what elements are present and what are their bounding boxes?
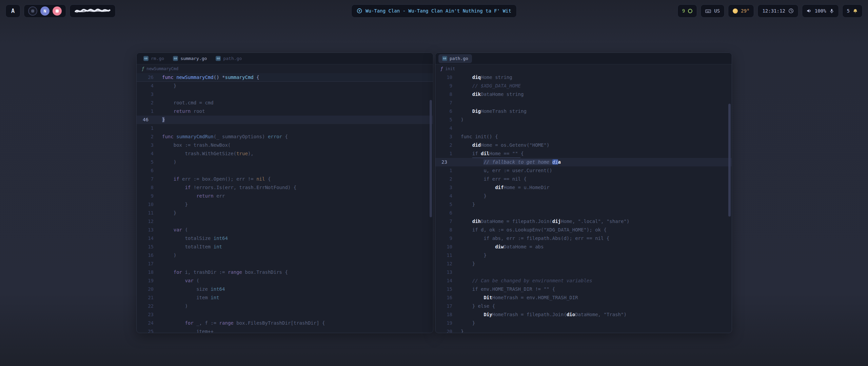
- code-line[interactable]: 2func summaryCmdRun(_ summaryOptions) er…: [137, 133, 433, 141]
- code-line[interactable]: 15 totalItem int: [137, 243, 433, 251]
- code-line[interactable]: 7 dihDataHome = filepath.Join(dijHome, "…: [435, 217, 732, 226]
- code-line[interactable]: 1: [137, 124, 433, 133]
- tab-path.go[interactable]: GOpath.go: [438, 54, 472, 63]
- code-text: var (: [162, 277, 199, 285]
- code-line[interactable]: 3: [137, 90, 433, 99]
- code-line[interactable]: 11 }: [137, 209, 433, 217]
- keyboard-layout-module[interactable]: US: [701, 4, 725, 18]
- code-line[interactable]: 10 diqHome string: [435, 73, 732, 82]
- code-line[interactable]: 7: [435, 99, 732, 107]
- breadcrumb: ƒ newSummaryCmd: [137, 64, 433, 73]
- app-icon: [56, 9, 59, 13]
- code-line[interactable]: 10 diwDataHome = abs: [435, 243, 732, 251]
- code-line[interactable]: 19 var (: [137, 277, 433, 285]
- workspace-icon-3[interactable]: [53, 6, 62, 16]
- code-line[interactable]: 2 didHome = os.Getenv("HOME"): [435, 141, 732, 149]
- code-line[interactable]: 2 root.cmd = cmd: [137, 99, 433, 107]
- line-number: 26: [137, 73, 154, 81]
- code-line[interactable]: 20 size int64: [137, 285, 433, 293]
- code-line[interactable]: 18 for i, trashDir := range box.TrashDir…: [137, 268, 433, 277]
- code-line[interactable]: 20}: [435, 327, 732, 333]
- code-line[interactable]: 13 var (: [137, 226, 433, 234]
- tab-path.go[interactable]: GOpath.go: [212, 54, 245, 63]
- code-line[interactable]: 2 if err == nil {: [435, 175, 732, 183]
- code-line[interactable]: 6: [137, 166, 433, 175]
- code-line[interactable]: 5): [435, 116, 732, 124]
- code-line[interactable]: 13: [435, 268, 732, 277]
- code-line[interactable]: 21 item int: [137, 293, 433, 302]
- scrollbar-thumb[interactable]: [430, 100, 432, 217]
- line-number: 9: [137, 192, 154, 200]
- workspace-icon-1[interactable]: [28, 6, 37, 16]
- tab-rm.go[interactable]: GOrm.go: [140, 54, 168, 63]
- code-line[interactable]: 25 item++: [137, 327, 433, 333]
- code-line[interactable]: 23: [137, 310, 433, 319]
- code-line[interactable]: 3 difHome = u.HomeDir: [435, 183, 732, 192]
- code-line[interactable]: 16 ): [137, 251, 433, 260]
- line-number: 7: [435, 99, 452, 107]
- code-text: if dilHome == "" {: [461, 149, 524, 158]
- code-line[interactable]: 1 return root: [137, 107, 433, 116]
- code-line[interactable]: 5 ): [137, 158, 433, 166]
- breadcrumb-symbol[interactable]: newSummaryCmd: [146, 66, 178, 71]
- workspace-icon-2[interactable]: N: [40, 6, 50, 16]
- code-line[interactable]: 1 u, err := user.Current(): [435, 166, 732, 175]
- clock-module[interactable]: 12:31:12: [757, 4, 798, 18]
- code-line[interactable]: 19 }: [435, 319, 732, 327]
- code-line[interactable]: 10 }: [137, 200, 433, 209]
- code-line[interactable]: 12: [137, 217, 433, 226]
- code-line[interactable]: 4: [435, 124, 732, 133]
- code-line[interactable]: 9 // $XDG_DATA_HOME: [435, 82, 732, 90]
- code-line[interactable]: 16 DitHomeTrash = env.HOME_TRASH_DIR: [435, 293, 732, 302]
- line-number: 4: [435, 124, 452, 133]
- code-line[interactable]: 4 }: [137, 82, 433, 90]
- code-line[interactable]: 22 ): [137, 302, 433, 310]
- launcher-button[interactable]: A: [5, 4, 20, 18]
- code-line[interactable]: 8 if d, ok := os.LookupEnv("XDG_DATA_HOM…: [435, 226, 732, 234]
- code-line-cursor[interactable]: 46}: [137, 116, 433, 124]
- updates-module[interactable]: 9: [677, 4, 697, 18]
- code-line[interactable]: 9 if abs, err := filepath.Abs(d); err ==…: [435, 234, 732, 243]
- code-text: return root: [162, 107, 205, 116]
- code-line[interactable]: 6: [435, 209, 732, 217]
- code-text: size int64: [162, 285, 225, 293]
- code-line[interactable]: 12 }: [435, 260, 732, 268]
- code-line[interactable]: 9 return err: [137, 192, 433, 200]
- code-text: return err: [162, 192, 225, 200]
- code-line[interactable]: 17: [137, 260, 433, 268]
- code-text: }: [162, 209, 176, 217]
- code-line[interactable]: 1 if dilHome == "" {: [435, 149, 732, 158]
- code-line[interactable]: 4 trash.WithGetSize(true),: [137, 149, 433, 158]
- code-line[interactable]: 5 }: [435, 200, 732, 209]
- scrollbar-thumb[interactable]: [728, 104, 731, 217]
- code-line[interactable]: 8 if !errors.Is(err, trash.ErrNotFound) …: [137, 183, 433, 192]
- code-line[interactable]: 4 }: [435, 192, 732, 200]
- code-line[interactable]: 24 for _, f := range box.FilesByTrashDir…: [137, 319, 433, 327]
- code-line[interactable]: 7 if err := box.Open(); err != nil {: [137, 175, 433, 183]
- tab-summary.go[interactable]: GOsummary.go: [169, 54, 211, 63]
- code-line[interactable]: 14 // Can be changed by environment vari…: [435, 277, 732, 285]
- line-number: 11: [435, 251, 452, 260]
- editor-workspace: GOrm.goGOsummary.goGOpath.go ƒ newSummar…: [136, 53, 732, 333]
- media-player-module[interactable]: Wu-Tang Clan - Wu-Tang Clan Ain't Nuthin…: [351, 4, 517, 18]
- code-line[interactable]: 11 }: [435, 251, 732, 260]
- line-number: 14: [435, 277, 452, 285]
- code-line[interactable]: 17 } else {: [435, 302, 732, 310]
- weather-module[interactable]: 29°: [728, 4, 754, 18]
- line-number: 5: [137, 158, 154, 166]
- code-line[interactable]: 3func init() {: [435, 133, 732, 141]
- code-line[interactable]: 3 box := trash.NewBox(: [137, 141, 433, 149]
- breadcrumb-symbol[interactable]: init: [445, 66, 455, 71]
- code-line[interactable]: 8 dikDataHome string: [435, 90, 732, 99]
- code-line[interactable]: 26func newSummaryCmd() *summaryCmd {: [137, 73, 433, 82]
- active-window-title[interactable]: [70, 4, 116, 18]
- code-text: for _, f := range box.FilesByTrashDir[tr…: [162, 319, 325, 327]
- code-line[interactable]: 15 if env.HOME_TRASH_DIR != "" {: [435, 285, 732, 293]
- code-line[interactable]: 6 DigHomeTrash string: [435, 107, 732, 116]
- code-line[interactable]: 18 DiyHomeTrash = filepath.Join(dioDataH…: [435, 310, 732, 319]
- code-line[interactable]: 14 totalSize int64: [137, 234, 433, 243]
- code-text: ): [461, 116, 463, 124]
- notifications-module[interactable]: 5: [842, 4, 863, 18]
- audio-module[interactable]: 100%: [802, 4, 839, 18]
- code-line-cursor[interactable]: 23 // fallback to get home dia: [435, 158, 732, 166]
